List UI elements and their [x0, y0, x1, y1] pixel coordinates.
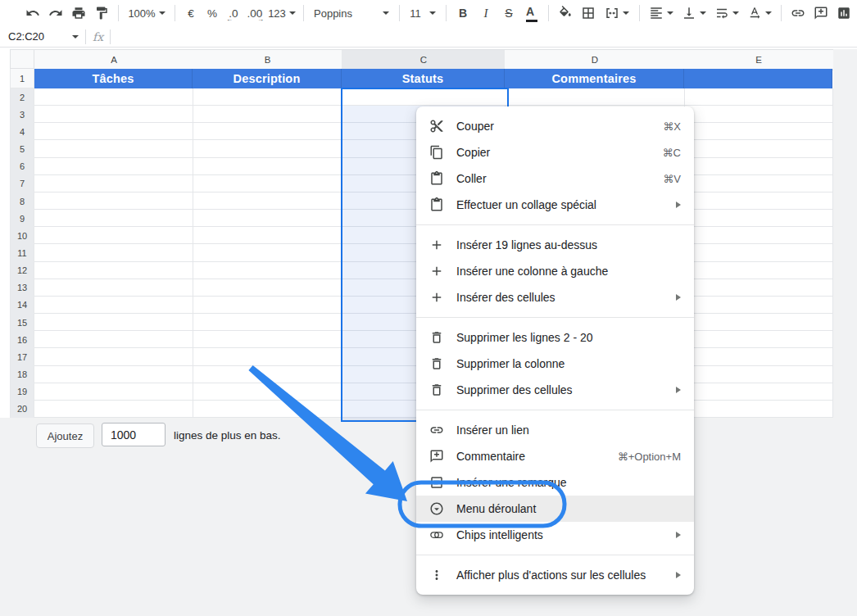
- row-header-8[interactable]: 8: [10, 192, 34, 211]
- row-header-1[interactable]: 1: [10, 69, 34, 88]
- horizontal-align-icon[interactable]: [645, 2, 678, 24]
- print-icon[interactable]: [67, 2, 90, 24]
- row-header-10[interactable]: 10: [10, 227, 34, 245]
- menu-item-label: Effectuer un collage spécial: [456, 198, 666, 211]
- header-row-cell-A[interactable]: Tâches: [34, 69, 193, 88]
- menu-item-label: Couper: [456, 120, 653, 133]
- insert-comment-icon[interactable]: [809, 2, 832, 24]
- more-formats-button[interactable]: 123: [265, 2, 298, 24]
- merge-cells-icon[interactable]: [600, 2, 634, 24]
- menu-item[interactable]: Copier⌘C: [416, 139, 694, 165]
- row-header-12[interactable]: 12: [10, 262, 34, 280]
- add-rows-button[interactable]: Ajoutez: [36, 424, 94, 448]
- row-header-15[interactable]: 15: [10, 314, 34, 332]
- plus-icon: [429, 238, 444, 252]
- column-header-D[interactable]: D: [505, 49, 686, 70]
- formula-bar-divider: [110, 29, 111, 44]
- formula-input[interactable]: [117, 26, 857, 47]
- sheet-corner-box[interactable]: [10, 49, 34, 69]
- menu-item[interactable]: Commentaire⌘+Option+M: [416, 443, 694, 469]
- submenu-arrow-icon: [676, 387, 681, 393]
- row-header-11[interactable]: 11: [10, 244, 34, 262]
- menu-item[interactable]: Afficher plus d'actions sur les cellules: [416, 562, 694, 588]
- redo-icon[interactable]: [44, 2, 67, 24]
- menu-item[interactable]: Menu déroulant: [416, 496, 694, 522]
- menu-section: Supprimer les lignes 2 - 20Supprimer la …: [416, 318, 694, 410]
- menu-item[interactable]: Coller⌘V: [416, 165, 694, 192]
- font-size-select[interactable]: 11: [405, 7, 441, 20]
- row-header-14[interactable]: 14: [10, 297, 34, 315]
- row-header-16[interactable]: 16: [10, 331, 34, 349]
- row-header-17[interactable]: 17: [10, 348, 34, 366]
- header-row-cell-D[interactable]: Commentaires: [505, 69, 684, 88]
- menu-section: Insérer 19 lignes au-dessusInsérer une c…: [416, 225, 694, 317]
- italic-button[interactable]: I: [474, 2, 497, 24]
- insert-link-icon[interactable]: [787, 2, 809, 24]
- chevron-down-icon: [383, 11, 389, 15]
- row-header-3[interactable]: 3: [10, 106, 34, 124]
- row-header-5[interactable]: 5: [10, 140, 34, 158]
- toolbar-divider: [303, 5, 304, 21]
- row-header-7[interactable]: 7: [10, 175, 34, 193]
- fill-color-icon[interactable]: [554, 2, 577, 24]
- menu-item[interactable]: Chips intelligents: [416, 522, 694, 548]
- menu-item[interactable]: Supprimer des cellules: [416, 377, 694, 403]
- menu-item[interactable]: Insérer une remarque: [416, 469, 694, 496]
- format-currency-button[interactable]: €: [180, 7, 202, 20]
- text-rotation-icon[interactable]: [743, 2, 776, 24]
- clipboard-icon: [429, 171, 444, 186]
- row-header-2[interactable]: 2: [10, 88, 34, 106]
- menu-item[interactable]: Supprimer la colonne: [416, 351, 694, 377]
- row-header-19[interactable]: 19: [10, 383, 34, 401]
- toolbar-divider: [639, 5, 640, 21]
- text-wrap-icon[interactable]: [710, 2, 743, 24]
- menu-item[interactable]: Insérer une colonne à gauche: [416, 258, 694, 284]
- insert-chart-icon[interactable]: [832, 2, 855, 24]
- menu-item-shortcut: ⌘C: [663, 147, 681, 159]
- grid-vline: [193, 88, 193, 418]
- formula-bar-divider: [85, 29, 86, 44]
- row-header-9[interactable]: 9: [10, 210, 34, 228]
- vertical-align-icon[interactable]: [678, 2, 710, 24]
- column-header-A[interactable]: A: [34, 49, 194, 70]
- name-box[interactable]: C2:C20: [0, 30, 79, 43]
- menu-item[interactable]: Effectuer un collage spécial: [416, 192, 694, 218]
- menu-item[interactable]: Supprimer les lignes 2 - 20: [416, 324, 694, 351]
- menu-item[interactable]: Insérer des cellules: [416, 284, 694, 310]
- row-header-13[interactable]: 13: [10, 279, 34, 297]
- menu-item[interactable]: Insérer 19 lignes au-dessus: [416, 232, 694, 258]
- undo-icon[interactable]: [21, 2, 44, 24]
- column-header-E[interactable]: E: [684, 49, 834, 70]
- bold-button[interactable]: B: [451, 2, 474, 24]
- menu-item[interactable]: Insérer un lien: [416, 417, 694, 443]
- font-select[interactable]: Poppins: [309, 7, 394, 20]
- column-header-C[interactable]: C: [342, 49, 506, 70]
- menu-section: Insérer un lienCommentaire⌘+Option+MInsé…: [416, 410, 694, 555]
- toolbar-divider: [175, 5, 175, 21]
- menu-item-label: Supprimer des cellules: [456, 383, 666, 396]
- paint-format-icon[interactable]: [90, 2, 113, 24]
- submenu-arrow-icon: [676, 572, 681, 578]
- header-row-cell-C[interactable]: Statuts: [342, 69, 505, 88]
- text-color-button[interactable]: A: [520, 2, 543, 24]
- row-header-20[interactable]: 20: [10, 401, 34, 419]
- header-row-cell-E[interactable]: [684, 69, 832, 88]
- row-header-4[interactable]: 4: [10, 123, 34, 141]
- menu-item-label: Insérer une remarque: [456, 476, 681, 489]
- zoom-select[interactable]: 100%: [124, 2, 170, 24]
- row-header-18[interactable]: 18: [10, 366, 34, 384]
- chevron-down-icon: [732, 11, 739, 15]
- increase-decimal-button[interactable]: .00→: [244, 7, 265, 20]
- format-percent-button[interactable]: %: [202, 7, 223, 20]
- submenu-arrow-icon: [676, 532, 681, 538]
- active-cell[interactable]: [342, 89, 507, 106]
- menu-item[interactable]: Couper⌘X: [416, 113, 694, 139]
- decrease-decimal-button[interactable]: .0←: [223, 7, 244, 20]
- row-header-6[interactable]: 6: [10, 158, 34, 176]
- strikethrough-button[interactable]: S: [497, 2, 520, 24]
- header-row-cell-B[interactable]: Description: [193, 69, 342, 88]
- column-header-B[interactable]: B: [193, 49, 343, 70]
- menu-item-label: Supprimer les lignes 2 - 20: [456, 331, 681, 344]
- add-rows-count-input[interactable]: [102, 423, 166, 446]
- borders-icon[interactable]: [577, 2, 600, 24]
